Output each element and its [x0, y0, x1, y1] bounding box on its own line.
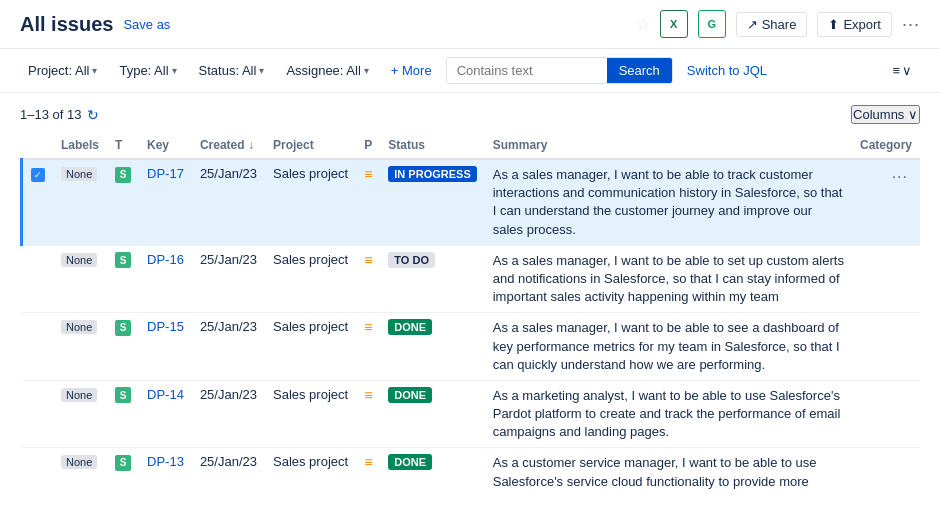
project-filter[interactable]: Project: All ▾: [20, 58, 105, 83]
more-filters-button[interactable]: + More: [383, 58, 440, 83]
row-project: Sales project: [265, 448, 356, 489]
row-project: Sales project: [265, 313, 356, 381]
table-row: None S DP-13 25/Jan/23 Sales project ≡ D…: [22, 448, 921, 489]
status-badge: DONE: [388, 454, 432, 470]
view-options-button[interactable]: ≡ ∨: [884, 58, 920, 83]
key-link[interactable]: DP-14: [147, 387, 184, 402]
project-text: Sales project: [273, 166, 348, 181]
row-priority: ≡: [356, 448, 380, 489]
label-badge: None: [61, 253, 97, 267]
issues-table-area: 1–13 of 13 ↻ Columns ∨ Labels T Key Crea…: [0, 93, 940, 489]
type-story-icon: S: [115, 320, 131, 336]
assignee-filter-label: Assignee: All: [286, 63, 360, 78]
row-priority: ≡: [356, 313, 380, 381]
status-filter-label: Status: All: [199, 63, 257, 78]
priority-medium-icon: ≡: [364, 387, 372, 403]
row-status: TO DO: [380, 245, 484, 313]
row-category: [852, 448, 920, 489]
row-actions: ···: [860, 166, 912, 188]
col-summary: Summary: [485, 132, 852, 159]
status-badge: IN PROGRESS: [388, 166, 476, 182]
hamburger-icon: ≡: [892, 63, 900, 78]
table-row: None S DP-15 25/Jan/23 Sales project ≡ D…: [22, 313, 921, 381]
row-checkbox-cell: [22, 313, 54, 381]
share-label: Share: [762, 17, 797, 32]
row-created: 25/Jan/23: [192, 380, 265, 448]
status-badge: DONE: [388, 387, 432, 403]
row-labels: None: [53, 448, 107, 489]
refresh-icon[interactable]: ↻: [87, 107, 99, 123]
status-badge: DONE: [388, 319, 432, 335]
switch-jql-button[interactable]: Switch to JQL: [679, 58, 775, 83]
assignee-chevron-icon: ▾: [364, 65, 369, 76]
row-created: 25/Jan/23: [192, 159, 265, 245]
assignee-filter[interactable]: Assignee: All ▾: [278, 58, 376, 83]
row-category: [852, 313, 920, 381]
status-filter[interactable]: Status: All ▾: [191, 58, 273, 83]
row-more-button[interactable]: ···: [888, 166, 912, 188]
excel-icon[interactable]: X: [660, 10, 688, 38]
sheets-icon[interactable]: G: [698, 10, 726, 38]
export-button[interactable]: ⬆ Export: [817, 12, 892, 37]
col-created[interactable]: Created ↓: [192, 132, 265, 159]
priority-medium-icon: ≡: [364, 252, 372, 268]
summary-text: As a customer service manager, I want to…: [493, 455, 817, 489]
key-link[interactable]: DP-13: [147, 454, 184, 469]
row-summary: As a marketing analyst, I want to be abl…: [485, 380, 852, 448]
project-chevron-icon: ▾: [92, 65, 97, 76]
row-labels: None: [53, 380, 107, 448]
more-options-icon[interactable]: ···: [902, 14, 920, 35]
star-icon[interactable]: ☆: [636, 15, 650, 34]
project-text: Sales project: [273, 319, 348, 334]
filter-toolbar: Project: All ▾ Type: All ▾ Status: All ▾…: [0, 49, 940, 93]
row-project: Sales project: [265, 380, 356, 448]
issues-table: Labels T Key Created ↓ Project P Status …: [20, 132, 920, 489]
key-link[interactable]: DP-16: [147, 252, 184, 267]
export-icon: ⬆: [828, 17, 839, 32]
row-created: 25/Jan/23: [192, 245, 265, 313]
row-key: DP-17: [139, 159, 192, 245]
status-badge: TO DO: [388, 252, 435, 268]
search-box: Search: [446, 57, 673, 84]
table-meta: 1–13 of 13 ↻ Columns ∨: [20, 93, 920, 132]
type-story-icon: S: [115, 252, 131, 268]
project-filter-label: Project: All: [28, 63, 89, 78]
row-type: S: [107, 448, 139, 489]
row-key: DP-13: [139, 448, 192, 489]
row-category: [852, 245, 920, 313]
row-labels: None: [53, 159, 107, 245]
priority-medium-icon: ≡: [364, 319, 372, 335]
row-type: S: [107, 313, 139, 381]
col-status: Status: [380, 132, 484, 159]
row-summary: As a sales manager, I want to be able to…: [485, 313, 852, 381]
row-key: DP-15: [139, 313, 192, 381]
col-checkbox: [22, 132, 54, 159]
save-as-link[interactable]: Save as: [123, 17, 170, 32]
priority-medium-icon: ≡: [364, 454, 372, 470]
row-key: DP-14: [139, 380, 192, 448]
table-row: None S DP-16 25/Jan/23 Sales project ≡ T…: [22, 245, 921, 313]
type-filter[interactable]: Type: All ▾: [111, 58, 184, 83]
summary-text: As a marketing analyst, I want to be abl…: [493, 388, 841, 439]
row-summary: As a sales manager, I want to be able to…: [485, 159, 852, 245]
page-title: All issues: [20, 13, 113, 36]
col-key[interactable]: Key: [139, 132, 192, 159]
type-story-icon: S: [115, 387, 131, 403]
columns-button[interactable]: Columns ∨: [851, 105, 920, 124]
row-created: 25/Jan/23: [192, 448, 265, 489]
share-button[interactable]: ↗ Share: [736, 12, 808, 37]
row-labels: None: [53, 313, 107, 381]
key-link[interactable]: DP-17: [147, 166, 184, 181]
row-priority: ≡: [356, 159, 380, 245]
row-key: DP-16: [139, 245, 192, 313]
search-input[interactable]: [447, 58, 607, 83]
row-category: [852, 380, 920, 448]
summary-text: As a sales manager, I want to be able to…: [493, 167, 843, 237]
search-button[interactable]: Search: [607, 58, 672, 83]
row-summary: As a customer service manager, I want to…: [485, 448, 852, 489]
key-link[interactable]: DP-15: [147, 319, 184, 334]
row-status: DONE: [380, 448, 484, 489]
summary-text: As a sales manager, I want to be able to…: [493, 253, 844, 304]
row-checkbox[interactable]: [31, 168, 45, 182]
header-icons: ☆ X G ↗ Share ⬆ Export ···: [636, 10, 920, 38]
